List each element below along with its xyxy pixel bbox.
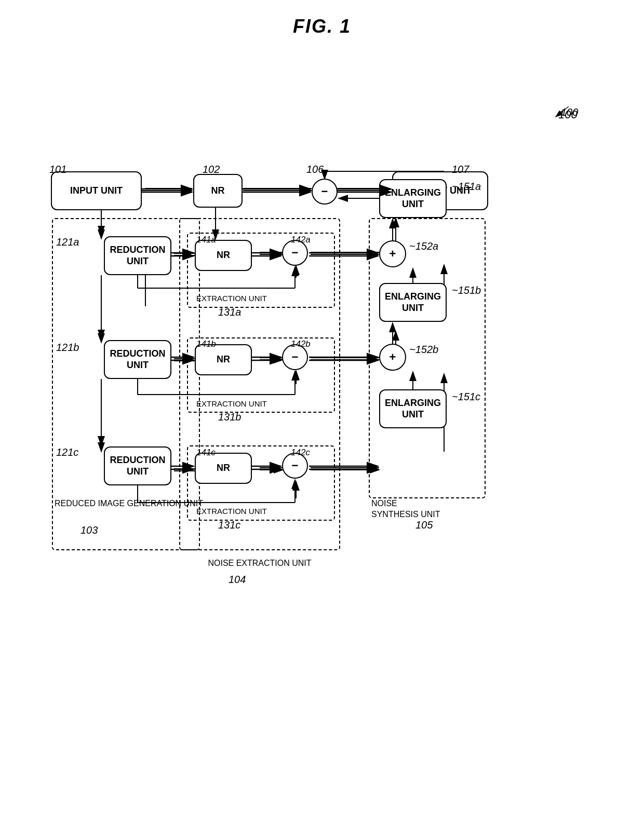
enlarging-c-box: ENLARGING UNIT — [379, 389, 447, 428]
ref-121c: 121c — [56, 446, 78, 458]
enlarging-a-box: ENLARGING UNIT — [379, 179, 447, 218]
ref-141c: 141c — [196, 448, 216, 458]
figure-title: FIG. 1 — [293, 16, 351, 37]
ref-141a: 141a — [196, 235, 216, 245]
ref-104: 104 — [229, 574, 246, 586]
ref-121b: 121b — [56, 342, 79, 354]
noise-synthesis-label: NOISESYNTHESIS UNIT — [371, 498, 440, 520]
ref-141b: 141b — [196, 339, 216, 349]
ref-151b: ~151b — [452, 284, 481, 296]
ref-142c: 142c — [291, 448, 310, 458]
ref-151a: ~151a — [452, 181, 481, 193]
subtract-main-circle: − — [312, 179, 338, 205]
reduction-a-box: REDUCTION UNIT — [104, 236, 171, 275]
ref-142b: 142b — [291, 339, 311, 349]
ref-131b: 131b — [218, 411, 242, 423]
nr-main-box: NR — [193, 174, 243, 208]
ref-107: 107 — [452, 164, 469, 175]
ref-105: 105 — [415, 519, 433, 531]
plus-a-circle: + — [379, 240, 406, 267]
ref-106: 106 — [306, 164, 324, 175]
plus-b-circle: + — [379, 344, 406, 371]
noise-extraction-label: NOISE EXTRACTION UNIT — [184, 558, 335, 569]
diagram-container: FIG. 1 — [0, 0, 644, 813]
ref-131c: 131c — [218, 519, 240, 531]
ref-151c: ~151c — [452, 391, 480, 403]
ref-102: 102 — [203, 164, 220, 175]
ref-121a: 121a — [56, 236, 79, 248]
reduction-b-box: REDUCTION UNIT — [104, 340, 171, 379]
ref-142a: 142a — [291, 235, 311, 245]
reduction-c-box: REDUCTION UNIT — [104, 446, 171, 485]
input-unit-box: INPUT UNIT — [51, 171, 142, 210]
extraction-b-label: EXTRACTION UNIT — [196, 399, 267, 409]
extraction-c-label: EXTRACTION UNIT — [196, 506, 267, 517]
extraction-a-label: EXTRACTION UNIT — [196, 293, 267, 304]
ref-103: 103 — [81, 524, 98, 536]
ref-152a: ~152a — [409, 240, 438, 252]
enlarging-b-box: ENLARGING UNIT — [379, 283, 447, 322]
ref-152b: ~152b — [409, 344, 438, 356]
ref-131a: 131a — [218, 306, 242, 318]
ref-100-label: 100 — [558, 108, 578, 121]
ref-101: 101 — [49, 164, 66, 175]
